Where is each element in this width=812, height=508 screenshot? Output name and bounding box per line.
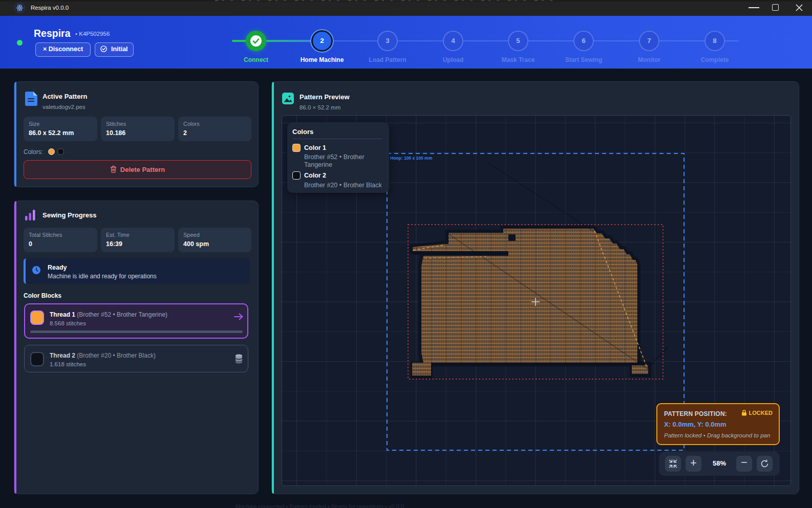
svg-text:Hoop: 100 x 100 mm: Hoop: 100 x 100 mm [390,156,433,161]
